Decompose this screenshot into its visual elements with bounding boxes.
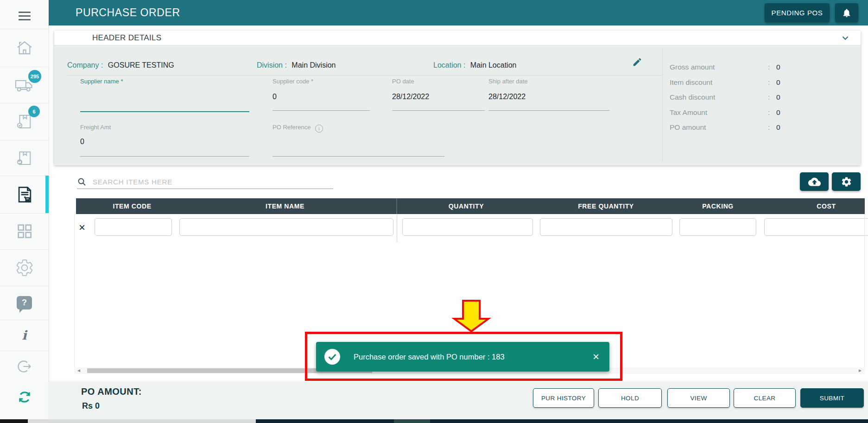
bell-icon	[842, 8, 852, 18]
header-details-card: HEADER DETAILS Company : GOSURE TESTING …	[54, 31, 861, 165]
sidebar-item-purchase-order[interactable]	[0, 176, 49, 213]
division-field: Division : Main Division	[257, 61, 336, 69]
hold-button[interactable]: HOLD	[598, 388, 662, 408]
deliveries-count-badge: 295	[28, 70, 41, 83]
pencil-icon	[632, 57, 642, 67]
tax-amount-label: Tax Amount	[670, 108, 707, 117]
supplier-code-label: Supplier code *	[272, 78, 313, 85]
sidebar-item-dashboard[interactable]	[0, 214, 49, 249]
collapse-chevron-icon[interactable]	[840, 33, 850, 45]
package-return-icon	[15, 148, 34, 168]
packing-input[interactable]	[679, 218, 756, 236]
info-icon: i	[22, 328, 26, 342]
free-quantity-input[interactable]	[540, 218, 672, 236]
home-icon	[15, 38, 34, 57]
column-packing[interactable]: PACKING	[676, 202, 760, 210]
po-amount-footer-value: Rs 0	[82, 401, 100, 411]
column-item-code[interactable]: ITEM CODE	[90, 202, 174, 210]
sidebar: 295 6	[0, 0, 49, 423]
remove-row-button[interactable]: ×	[79, 221, 85, 234]
supplier-name-input[interactable]	[80, 93, 249, 112]
sidebar-item-grn[interactable]: 6	[0, 103, 49, 139]
top-app-bar: PURCHASE ORDER	[49, 0, 868, 25]
column-free-quantity[interactable]: FREE QUANTITY	[536, 202, 676, 210]
item-code-input[interactable]	[95, 218, 172, 236]
column-quantity[interactable]: QUANTITY	[396, 202, 536, 210]
sidebar-item-purchase-return[interactable]	[0, 140, 49, 176]
notifications-button[interactable]	[835, 3, 858, 22]
table-settings-button[interactable]	[832, 172, 861, 191]
hamburger-menu-button[interactable]	[0, 6, 49, 26]
company-label: Company :	[67, 61, 103, 69]
scroll-right-arrow[interactable]: ►	[858, 368, 862, 373]
cost-input[interactable]	[764, 218, 868, 236]
purchase-order-screen: 295 6	[0, 0, 868, 423]
sidebar-item-logout[interactable]	[0, 351, 49, 382]
header-details-title: HEADER DETAILS	[92, 33, 161, 43]
sidebar-item-sync[interactable]	[0, 383, 49, 411]
column-cost[interactable]: COST	[760, 202, 865, 210]
table-left-border	[74, 214, 75, 367]
po-reference-label: PO Reference	[272, 124, 310, 131]
page-title: PURCHASE ORDER	[76, 0, 180, 25]
item-name-input[interactable]	[179, 218, 393, 236]
items-table-header: ITEM CODE ITEM NAME QUANTITY FREE QUANTI…	[76, 198, 865, 214]
help-icon: ?	[17, 296, 32, 309]
gross-amount-label: Gross amount	[670, 63, 715, 71]
po-date-label: PO date	[392, 78, 414, 85]
settings-gear-icon	[15, 258, 34, 278]
po-amount-label: PO amount	[670, 123, 706, 132]
sidebar-item-home[interactable]	[0, 29, 49, 66]
active-item-indicator	[45, 176, 49, 213]
company-value: GOSURE TESTING	[108, 61, 174, 69]
bottom-taskbar-strip	[0, 419, 868, 423]
pur-history-button[interactable]: PUR HISTORY	[533, 388, 594, 408]
ship-after-date-label: Ship after date	[488, 78, 528, 85]
table-right-border	[864, 214, 865, 367]
logout-icon	[15, 357, 34, 376]
upload-items-button[interactable]	[800, 172, 829, 191]
division-label: Division :	[257, 61, 287, 69]
sidebar-item-info[interactable]: i	[0, 320, 49, 350]
item-entry-row: ×	[76, 214, 865, 242]
edit-header-button[interactable]	[632, 57, 642, 69]
supplier-name-label: Supplier name *	[80, 78, 123, 85]
submit-button[interactable]: SUBMIT	[800, 388, 864, 408]
success-toast: Purchase order saved with PO number : 18…	[316, 342, 609, 372]
sidebar-item-help[interactable]: ?	[0, 286, 49, 319]
quantity-input[interactable]	[402, 218, 533, 236]
location-field: Location : Main Location	[433, 61, 516, 69]
pending-pos-button[interactable]: PENDING POS	[765, 3, 830, 22]
cloud-upload-icon	[808, 176, 821, 188]
hamburger-icon	[19, 9, 31, 23]
header-details-title-row[interactable]: HEADER DETAILS	[54, 31, 861, 45]
po-reference-field: PO Reference i	[272, 124, 323, 133]
ship-after-date-value[interactable]: 28/12/2022	[488, 93, 526, 101]
toast-close-button[interactable]: ×	[593, 342, 599, 372]
search-items-input[interactable]	[92, 175, 325, 188]
supplier-code-value[interactable]: 0	[272, 93, 277, 101]
po-reference-info-icon[interactable]: i	[315, 125, 323, 133]
grn-count-badge: 6	[28, 106, 40, 117]
sidebar-item-deliveries[interactable]: 295	[0, 67, 49, 102]
clear-button[interactable]: CLEAR	[734, 388, 796, 408]
scroll-left-arrow[interactable]: ◄	[76, 368, 81, 373]
column-item-name[interactable]: ITEM NAME	[174, 202, 396, 210]
po-amount-value: 0	[776, 123, 780, 132]
tax-amount-value: 0	[776, 108, 780, 117]
sidebar-item-settings[interactable]	[0, 250, 49, 285]
location-label: Location :	[433, 61, 465, 69]
search-icon	[77, 177, 87, 189]
gross-amount-value: 0	[776, 63, 780, 71]
header-details-content: Company : GOSURE TESTING Division : Main…	[54, 45, 861, 165]
search-underline	[77, 189, 333, 189]
view-button[interactable]: VIEW	[667, 388, 730, 408]
company-field: Company : GOSURE TESTING	[67, 61, 174, 69]
item-discount-value: 0	[776, 78, 780, 87]
freight-amt-value[interactable]: 0	[80, 138, 84, 146]
toast-message: Purchase order saved with PO number : 18…	[354, 342, 505, 372]
cash-discount-value: 0	[776, 93, 780, 101]
purchase-order-document-icon	[14, 184, 35, 205]
po-date-value[interactable]: 28/12/2022	[392, 93, 429, 101]
po-amount-footer-label: PO AMOUNT:	[81, 386, 142, 397]
